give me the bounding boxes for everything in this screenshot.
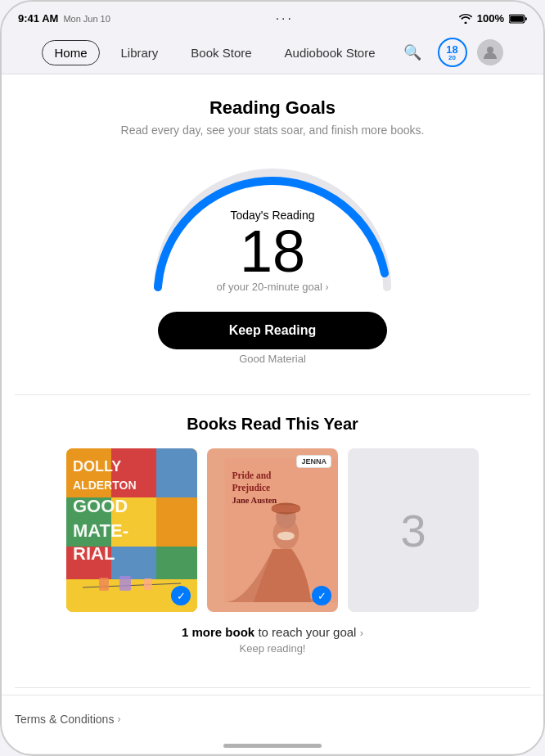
books-goal-progress[interactable]: 1 more book to reach your goal › [15,625,530,639]
svg-text:GOOD: GOOD [73,496,128,516]
book-placeholder: 3 [348,448,479,612]
terms-label: Terms & Conditions [15,713,114,726]
badge-sub: 20 [448,55,456,61]
book2-cover-art: Pride and Prejudice Jane Austen [217,458,338,602]
status-time: 9:41 AM [18,12,58,25]
battery-text: 100% [477,12,504,25]
badge-number: 18 [446,44,457,55]
home-indicator [223,744,322,748]
terms-chevron: › [117,713,120,725]
svg-text:ALDERTON: ALDERTON [73,479,137,492]
svg-point-30 [277,532,295,541]
terms-divider [15,687,530,688]
gauge-minutes: 18 [217,222,329,281]
battery-icon [509,14,527,24]
svg-rect-15 [119,576,131,591]
book1-checkmark: ✓ [171,586,191,605]
svg-rect-29 [272,505,300,512]
person-icon [482,44,498,61]
reading-badge[interactable]: 18 20 [438,38,467,67]
goal-highlight: 1 more book [182,625,254,639]
book2-checkmark: ✓ [312,586,331,605]
reading-goals-subtitle: Read every day, see your stats soar, and… [18,124,527,137]
books-section: Books Read This Year [2,395,543,671]
svg-rect-11 [111,547,156,579]
gauge-goal-text: of your 20-minute goal › [217,281,329,293]
svg-point-2 [487,47,493,53]
svg-text:DOLLY: DOLLY [73,458,121,475]
terms-section: Terms & Conditions › [2,695,543,743]
svg-rect-14 [99,578,109,591]
books-goal-sub: Keep reading! [15,642,530,655]
keep-reading-button[interactable]: Keep Reading [158,312,387,349]
goal-chevron: › [360,627,363,639]
svg-rect-9 [156,497,197,547]
svg-rect-1 [510,16,524,22]
spacer [2,671,543,687]
main-content: Reading Goals Read every day, see your s… [2,74,543,754]
goal-text-post: to reach your goal [258,625,356,639]
svg-text:MATE-: MATE- [73,520,128,541]
gauge-container: Today's Reading 18 of your 20-minute goa… [142,156,403,295]
profile-avatar[interactable] [477,39,503,65]
status-icons: 100% [459,12,527,25]
reading-goals-title: Reading Goals [18,97,527,119]
wifi-icon [459,14,472,24]
nav-home[interactable]: Home [42,40,99,65]
book-cover-good-material: DOLLY ALDERTON GOOD MATE- RIAL ✓ [66,448,197,612]
gauge-center: Today's Reading 18 of your 20-minute goa… [217,209,329,293]
keep-reading-sub: Good Material [18,353,527,365]
status-bar: 9:41 AM Mon Jun 10 ··· 100% [2,2,543,31]
svg-rect-12 [156,547,197,579]
svg-text:Prejudice: Prejudice [232,483,270,493]
nav-audiobook[interactable]: Audiobook Store [273,41,387,65]
terms-link[interactable]: Terms & Conditions › [15,713,120,726]
books-section-title: Books Read This Year [15,415,530,434]
book-card-1[interactable]: DOLLY ALDERTON GOOD MATE- RIAL ✓ [66,448,197,612]
book-cover-pride-prejudice: Pride and Prejudice Jane Austen [207,448,338,612]
reading-goals-section: Reading Goals Read every day, see your s… [2,74,543,394]
nav-library[interactable]: Library [110,41,170,65]
svg-text:Jane Austen: Jane Austen [232,496,277,505]
placeholder-number: 3 [400,504,426,557]
status-date: Mon Jun 10 [63,14,110,24]
svg-rect-6 [156,448,197,497]
status-dots: ··· [276,11,294,26]
nav-bar: Home Library Book Store Audiobook Store … [2,31,543,74]
nav-bookstore[interactable]: Book Store [179,41,263,65]
search-icon[interactable]: 🔍 [397,40,428,65]
books-row: DOLLY ALDERTON GOOD MATE- RIAL ✓ [15,448,530,612]
svg-text:RIAL: RIAL [73,543,115,564]
gauge-goal-chevron: › [325,281,328,293]
svg-rect-16 [144,578,152,590]
svg-text:Pride and: Pride and [232,470,272,480]
book-card-2[interactable]: Pride and Prejudice Jane Austen [207,448,338,612]
jenna-badge: JENNA [296,455,331,468]
